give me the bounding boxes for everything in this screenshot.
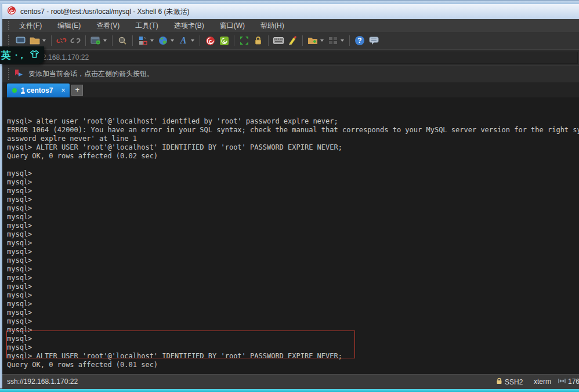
- window-top-border: [0, 0, 579, 4]
- terminal-line: mysql>: [7, 282, 579, 291]
- terminal-line: Query OK, 0 rows affected (0.01 sec): [7, 361, 579, 369]
- disconnect-icon[interactable]: [55, 34, 68, 48]
- menu-window[interactable]: 窗口(W): [215, 19, 250, 32]
- status-size: 176x: [558, 378, 579, 386]
- ime-status-overlay: 英 ·，: [0, 46, 44, 64]
- terminal-line: mysql> ALTER USER 'root'@'localhost' IDE…: [7, 143, 579, 152]
- tab-close-icon[interactable]: ×: [61, 86, 65, 95]
- terminal-line: mysql>: [7, 195, 579, 204]
- terminal-line: mysql>: [7, 274, 579, 282]
- xshell-icon[interactable]: [203, 34, 217, 48]
- status-terminal-type: xterm: [534, 378, 551, 386]
- lock-screen-icon[interactable]: [251, 34, 265, 48]
- xftp-icon[interactable]: [217, 34, 231, 48]
- address-input[interactable]: ssh://192.168.1.170:22: [14, 52, 578, 64]
- font-icon[interactable]: A: [176, 34, 190, 48]
- toolbar-separator: [302, 35, 303, 46]
- fullscreen-icon[interactable]: [237, 34, 251, 48]
- terminal-line: assword explre never' at line 1: [7, 135, 579, 143]
- new-session-icon[interactable]: [14, 34, 28, 48]
- toolbar-separator: [200, 35, 200, 46]
- notice-bar: 要添加当前会话，点击左侧的箭头按钮。: [2, 65, 579, 82]
- new-folder-icon[interactable]: [306, 34, 320, 48]
- session-manager-dropdown-icon[interactable]: [103, 39, 107, 42]
- tab-label: 1 centos7: [21, 86, 53, 95]
- open-session-dropdown-icon[interactable]: [42, 39, 46, 42]
- terminal-line: mysql>: [7, 308, 579, 317]
- compose-bar-icon[interactable]: [136, 34, 150, 48]
- status-bar: ssh://192.168.1.170:22 SSH2 xterm 176x: [2, 374, 579, 389]
- menubar-grip[interactable]: [8, 21, 9, 30]
- web-browser-icon[interactable]: [156, 34, 170, 48]
- toolbar-grip[interactable]: [8, 35, 9, 47]
- web-browser-dropdown-icon[interactable]: [171, 39, 174, 42]
- tab-bar: 1 centos7 × +: [2, 82, 579, 97]
- terminal-line: mysql>: [7, 256, 579, 265]
- xshell-window: centos7 - root@test:/usr/local/mysql - X…: [0, 0, 579, 392]
- terminal-line: mysql>: [7, 291, 579, 300]
- menu-tab[interactable]: 选项卡(B): [169, 19, 209, 32]
- terminal-line: mysql>: [7, 169, 579, 178]
- highlight-annotation-box: [6, 331, 355, 358]
- menu-file[interactable]: 文件(F): [14, 19, 47, 32]
- virtual-keyboard-icon[interactable]: [272, 34, 285, 48]
- titlebar[interactable]: centos7 - root@test:/usr/local/mysql - X…: [0, 4, 579, 19]
- compose-bar-dropdown-icon[interactable]: [150, 39, 154, 42]
- terminal-line: mysql>: [7, 204, 579, 213]
- status-connection: ssh://192.168.1.170:22: [7, 378, 78, 386]
- status-encryption: SSH2: [496, 378, 523, 386]
- ime-punctuation-toggle[interactable]: ·，: [15, 50, 26, 61]
- terminal-line: mysql>: [7, 248, 579, 256]
- xshell-logo-icon: [7, 6, 16, 17]
- menu-edit[interactable]: 编辑(E): [52, 19, 86, 32]
- window-title: centos7 - root@test:/usr/local/mysql - X…: [20, 7, 190, 17]
- terminal-line: ERROR 1064 (42000): You have an error in…: [7, 126, 579, 135]
- feedback-icon[interactable]: [367, 34, 381, 48]
- status-lock-icon: [496, 378, 502, 386]
- menu-tools[interactable]: 工具(T): [130, 19, 163, 32]
- toolbar-separator: [234, 35, 234, 46]
- tile-windows-icon[interactable]: [326, 34, 340, 48]
- terminal-line: mysql>: [7, 187, 579, 195]
- menu-help[interactable]: 帮助(H): [255, 19, 290, 32]
- toolbar-separator: [85, 35, 86, 46]
- highlight-icon[interactable]: [285, 34, 299, 48]
- find-icon[interactable]: [115, 34, 129, 48]
- toolbar-separator: [112, 35, 113, 46]
- ime-language-toggle[interactable]: 英: [1, 49, 11, 62]
- font-dropdown-icon[interactable]: [191, 39, 194, 42]
- terminal-line: mysql>: [7, 222, 579, 230]
- bookmark-arrow-icon: [14, 69, 24, 79]
- terminal-line: Query OK, 0 rows affected (0.02 sec): [7, 152, 579, 161]
- toolbar-separator: [268, 35, 269, 46]
- terminal-line: mysql>: [7, 178, 579, 187]
- new-tab-button[interactable]: +: [71, 85, 83, 96]
- reconnect-icon[interactable]: [68, 34, 82, 48]
- terminal-line: mysql> alter user 'root'@'localhost' ide…: [7, 117, 579, 126]
- tab-centos7[interactable]: 1 centos7 ×: [7, 84, 70, 97]
- resize-icon: [558, 378, 566, 386]
- new-folder-dropdown-icon[interactable]: [320, 39, 324, 42]
- help-icon[interactable]: ?: [353, 34, 367, 48]
- toolbar-separator: [349, 35, 350, 46]
- window-bottom-border: [0, 389, 579, 392]
- toolbar: A ?: [2, 32, 579, 49]
- terminal-line: [7, 369, 579, 374]
- tab-connected-indicator: [12, 88, 17, 93]
- terminal-line: [7, 161, 579, 169]
- menu-view[interactable]: 查看(V): [91, 19, 125, 32]
- notice-bar-grip[interactable]: [8, 68, 9, 79]
- terminal-line: mysql>: [7, 213, 579, 222]
- terminal-line: mysql>: [7, 317, 579, 326]
- open-session-icon[interactable]: [28, 34, 42, 48]
- terminal[interactable]: mysql> alter user 'root'@'localhost' ide…: [2, 97, 579, 374]
- terminal-line: mysql>: [7, 300, 579, 308]
- session-manager-icon[interactable]: [89, 34, 103, 48]
- ime-fullwidth-toggle-icon[interactable]: [30, 50, 39, 61]
- terminal-line: mysql>: [7, 230, 579, 239]
- terminal-line: mysql>: [7, 265, 579, 274]
- toolbar-separator: [132, 35, 133, 46]
- toolbar-separator: [51, 35, 52, 46]
- menubar: 文件(F) 编辑(E) 查看(V) 工具(T) 选项卡(B) 窗口(W) 帮助(…: [2, 19, 579, 32]
- tile-windows-dropdown-icon[interactable]: [341, 39, 344, 42]
